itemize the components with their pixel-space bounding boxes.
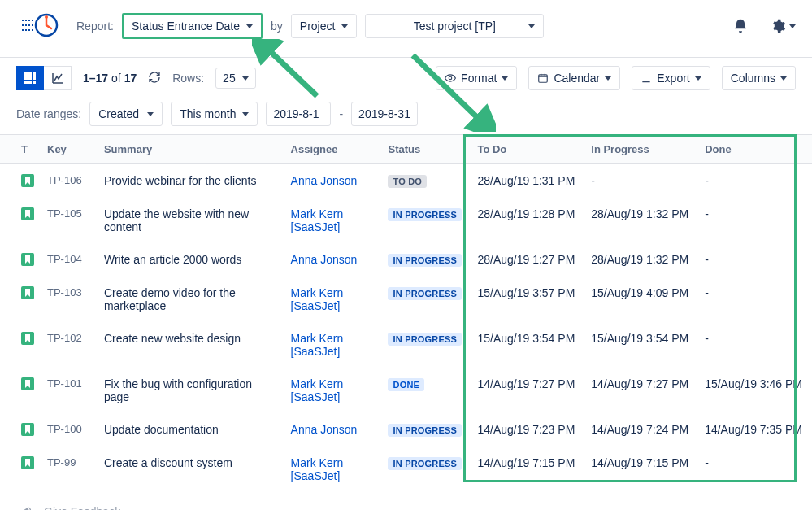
assignee-org: [SaaSJet] bbox=[291, 220, 376, 233]
chevron-down-icon bbox=[147, 112, 154, 116]
chevron-down-icon bbox=[528, 24, 535, 28]
issue-key[interactable]: TP-100 bbox=[41, 413, 98, 447]
inprogress-date: 15/Aug/19 4:09 PM bbox=[584, 277, 698, 322]
columns-button[interactable]: Columns bbox=[722, 66, 796, 90]
date-to-input[interactable]: 2019-8-31 bbox=[351, 102, 418, 126]
col-summary[interactable]: Summary bbox=[98, 135, 284, 164]
inprogress-date: 14/Aug/19 7:27 PM bbox=[584, 368, 698, 413]
col-done[interactable]: Done bbox=[698, 135, 812, 164]
table-row[interactable]: TP-99Create a discount systemMark Kern[S… bbox=[0, 447, 812, 492]
feedback-label: Give Feedback bbox=[44, 505, 120, 510]
issue-summary[interactable]: Create new website design bbox=[98, 322, 284, 368]
issue-summary[interactable]: Create demo video for the marketplace bbox=[98, 277, 284, 322]
issue-key[interactable]: TP-104 bbox=[41, 243, 98, 277]
svg-rect-12 bbox=[539, 75, 548, 82]
col-inprogress[interactable]: In Progress bbox=[584, 135, 698, 164]
assignee-link[interactable]: Anna Jonson bbox=[284, 164, 382, 198]
col-assignee[interactable]: Assignee bbox=[284, 135, 382, 164]
inprogress-date: 15/Aug/19 3:54 PM bbox=[584, 322, 698, 368]
todo-date: 15/Aug/19 3:57 PM bbox=[471, 277, 584, 322]
issue-key[interactable]: TP-103 bbox=[41, 277, 98, 322]
by-label: by bbox=[271, 20, 283, 33]
table-row[interactable]: TP-104Write an article 2000 wordsAnna Jo… bbox=[0, 243, 812, 277]
done-date: - bbox=[698, 198, 812, 243]
svg-rect-5 bbox=[24, 76, 28, 80]
toolbar: 1–17 of 17 Rows: 25 Format Calendar Expo… bbox=[0, 58, 812, 98]
svg-rect-2 bbox=[24, 72, 28, 76]
bookmark-icon bbox=[21, 332, 34, 345]
col-status[interactable]: Status bbox=[381, 135, 471, 164]
date-period-dropdown[interactable]: This month bbox=[171, 102, 258, 126]
issue-key[interactable]: TP-102 bbox=[41, 322, 98, 368]
chevron-down-icon bbox=[246, 24, 253, 28]
view-toggle bbox=[16, 66, 72, 90]
issue-summary[interactable]: Update the website with new content bbox=[98, 198, 284, 243]
assignee-link[interactable]: Mark Kern[SaaSJet] bbox=[284, 322, 382, 368]
chevron-down-icon bbox=[789, 24, 796, 28]
assignee-link[interactable]: Mark Kern[SaaSJet] bbox=[284, 198, 382, 243]
col-todo[interactable]: To Do bbox=[471, 135, 584, 164]
done-date: 15/Aug/19 3:46 PM bbox=[698, 368, 812, 413]
issue-summary[interactable]: Fix the bug with configuration page bbox=[98, 368, 284, 413]
give-feedback-link[interactable]: Give Feedback bbox=[0, 492, 812, 510]
table-row[interactable]: TP-105Update the website with new conten… bbox=[0, 198, 812, 243]
project-dropdown[interactable]: Test project [TP] bbox=[365, 14, 544, 38]
col-type[interactable]: T bbox=[0, 135, 41, 164]
date-field-dropdown[interactable]: Created bbox=[89, 102, 163, 126]
todo-date: 14/Aug/19 7:27 PM bbox=[471, 368, 584, 413]
assignee-link[interactable]: Anna Jonson bbox=[284, 243, 382, 277]
report-label: Report: bbox=[76, 20, 114, 33]
inprogress-date: 14/Aug/19 7:24 PM bbox=[584, 413, 698, 447]
format-button[interactable]: Format bbox=[436, 66, 517, 90]
issue-summary[interactable]: Create a discount system bbox=[98, 447, 284, 492]
table-wrap: T Key Summary Assignee Status To Do In P… bbox=[0, 134, 812, 492]
todo-date: 28/Aug/19 1:27 PM bbox=[471, 243, 584, 277]
grid-view-button[interactable] bbox=[16, 66, 44, 90]
group-by-dropdown[interactable]: Project bbox=[291, 14, 358, 38]
group-by-value: Project bbox=[300, 20, 336, 33]
table-row[interactable]: TP-102Create new website designMark Kern… bbox=[0, 322, 812, 368]
table-row[interactable]: TP-103Create demo video for the marketpl… bbox=[0, 277, 812, 322]
download-icon bbox=[640, 72, 652, 84]
assignee-link[interactable]: Mark Kern[SaaSJet] bbox=[284, 447, 382, 492]
chevron-down-icon bbox=[242, 76, 249, 81]
issue-key[interactable]: TP-101 bbox=[41, 368, 98, 413]
calendar-button[interactable]: Calendar bbox=[528, 66, 620, 90]
assignee-org: [SaaSJet] bbox=[291, 469, 376, 482]
svg-rect-8 bbox=[24, 81, 28, 84]
assignee-link[interactable]: Mark Kern[SaaSJet] bbox=[284, 368, 382, 413]
inprogress-date: 28/Aug/19 1:32 PM bbox=[584, 198, 698, 243]
date-from-input[interactable]: 2019-8-1 bbox=[266, 102, 331, 126]
chevron-down-icon bbox=[242, 112, 249, 116]
issue-key[interactable]: TP-105 bbox=[41, 198, 98, 243]
chevron-down-icon bbox=[695, 76, 701, 81]
refresh-icon[interactable] bbox=[148, 71, 161, 86]
report-type-dropdown[interactable]: Status Entrance Date bbox=[122, 13, 263, 39]
gear-icon bbox=[770, 18, 786, 34]
table-row[interactable]: TP-101Fix the bug with configuration pag… bbox=[0, 368, 812, 413]
issue-key[interactable]: TP-106 bbox=[41, 164, 98, 198]
assignee-link[interactable]: Anna Jonson bbox=[284, 413, 382, 447]
assignee-link[interactable]: Mark Kern[SaaSJet] bbox=[284, 277, 382, 322]
rows-dropdown[interactable]: 25 bbox=[215, 68, 256, 89]
chevron-down-icon bbox=[502, 76, 508, 81]
export-button[interactable]: Export bbox=[632, 66, 710, 90]
table-row[interactable]: TP-106Provide webinar for the clientsAnn… bbox=[0, 164, 812, 198]
table-row[interactable]: TP-100Update documentationAnna JonsonIN … bbox=[0, 413, 812, 447]
status-badge: IN PROGRESS bbox=[388, 333, 462, 346]
issue-summary[interactable]: Write an article 2000 words bbox=[98, 243, 284, 277]
issue-summary[interactable]: Provide webinar for the clients bbox=[98, 164, 284, 198]
settings-dropdown[interactable] bbox=[770, 18, 796, 34]
issue-key[interactable]: TP-99 bbox=[41, 447, 98, 492]
issue-summary[interactable]: Update documentation bbox=[98, 413, 284, 447]
done-date: - bbox=[698, 447, 812, 492]
filter-row: Date ranges: Created This month 2019-8-1… bbox=[0, 98, 812, 134]
status-badge: IN PROGRESS bbox=[388, 457, 462, 470]
col-key[interactable]: Key bbox=[41, 135, 98, 164]
inprogress-date: 14/Aug/19 7:15 PM bbox=[584, 447, 698, 492]
assignee-org: [SaaSJet] bbox=[291, 299, 376, 312]
chart-view-button[interactable] bbox=[44, 66, 72, 90]
status-badge: IN PROGRESS bbox=[388, 424, 462, 437]
notifications-bell-icon[interactable] bbox=[732, 18, 749, 34]
date-ranges-label: Date ranges: bbox=[16, 107, 81, 120]
